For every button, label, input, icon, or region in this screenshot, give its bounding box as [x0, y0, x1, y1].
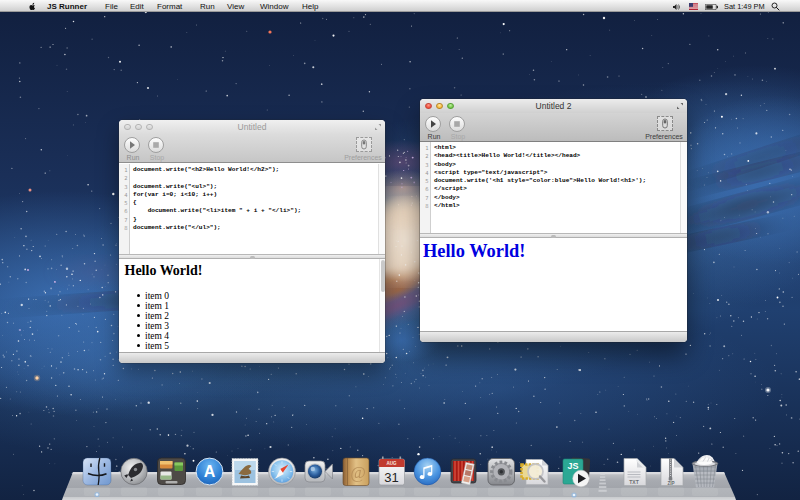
svg-text:AUG: AUG	[387, 461, 397, 466]
svg-text:TXT: TXT	[629, 479, 638, 485]
svg-text:ZIP: ZIP	[667, 481, 674, 486]
svg-text:A: A	[204, 463, 216, 480]
svg-text:JS: JS	[567, 461, 578, 471]
svg-text:31: 31	[384, 470, 398, 485]
svg-text:@: @	[350, 463, 366, 482]
